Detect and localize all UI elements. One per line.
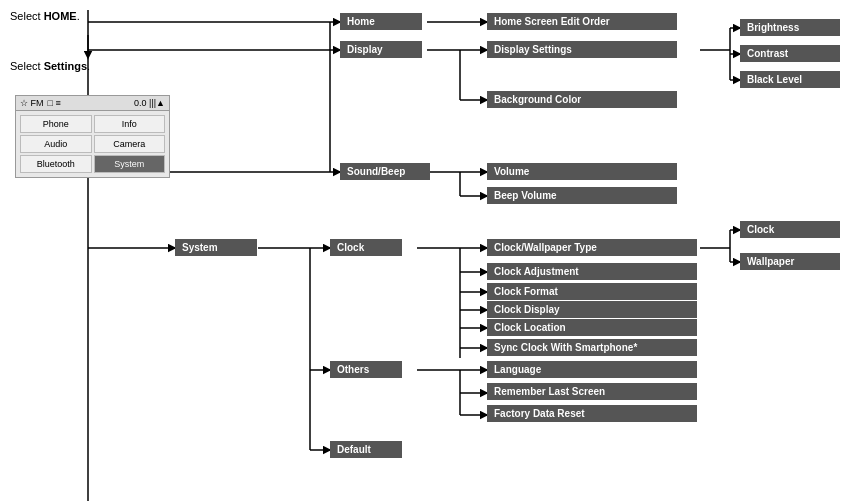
node-volume: Volume — [487, 163, 677, 180]
node-factory-data-reset: Factory Data Reset — [487, 405, 697, 422]
node-contrast: Contrast — [740, 45, 840, 62]
node-others: Others — [330, 361, 402, 378]
menu-header: ☆ FM□ ≡0.0 |||▲ — [16, 96, 169, 111]
node-brightness: Brightness — [740, 19, 840, 36]
node-display-settings: Display Settings — [487, 41, 677, 58]
menu-mockup: ☆ FM□ ≡0.0 |||▲ Phone Info Audio Camera … — [15, 95, 170, 178]
node-beep-volume: Beep Volume — [487, 187, 677, 204]
node-sync-clock: Sync Clock With Smartphone* — [487, 339, 697, 356]
menu-grid: Phone Info Audio Camera Bluetooth System — [16, 111, 169, 177]
node-language: Language — [487, 361, 697, 378]
step2-instruction: Select Settings. — [10, 60, 90, 72]
node-display: Display — [340, 41, 422, 58]
node-clock-type: Clock — [740, 221, 840, 238]
menu-item-audio: Audio — [20, 135, 92, 153]
menu-item-phone: Phone — [20, 115, 92, 133]
menu-item-info: Info — [94, 115, 166, 133]
node-remember-last-screen: Remember Last Screen — [487, 383, 697, 400]
node-clock-wallpaper-type: Clock/Wallpaper Type — [487, 239, 697, 256]
node-sound-beep: Sound/Beep — [340, 163, 430, 180]
node-home: Home — [340, 13, 422, 30]
menu-item-camera: Camera — [94, 135, 166, 153]
node-clock-format: Clock Format — [487, 283, 697, 300]
node-clock-display: Clock Display — [487, 301, 697, 318]
node-clock-adjustment: Clock Adjustment — [487, 263, 697, 280]
node-black-level: Black Level — [740, 71, 840, 88]
menu-item-system: System — [94, 155, 166, 173]
node-background-color: Background Color — [487, 91, 677, 108]
node-wallpaper: Wallpaper — [740, 253, 840, 270]
node-clock-location: Clock Location — [487, 319, 697, 336]
node-default: Default — [330, 441, 402, 458]
step1-instruction: Select HOME. — [10, 10, 80, 22]
node-clock: Clock — [330, 239, 402, 256]
node-home-screen-edit-order: Home Screen Edit Order — [487, 13, 677, 30]
node-system: System — [175, 239, 257, 256]
menu-item-bluetooth: Bluetooth — [20, 155, 92, 173]
